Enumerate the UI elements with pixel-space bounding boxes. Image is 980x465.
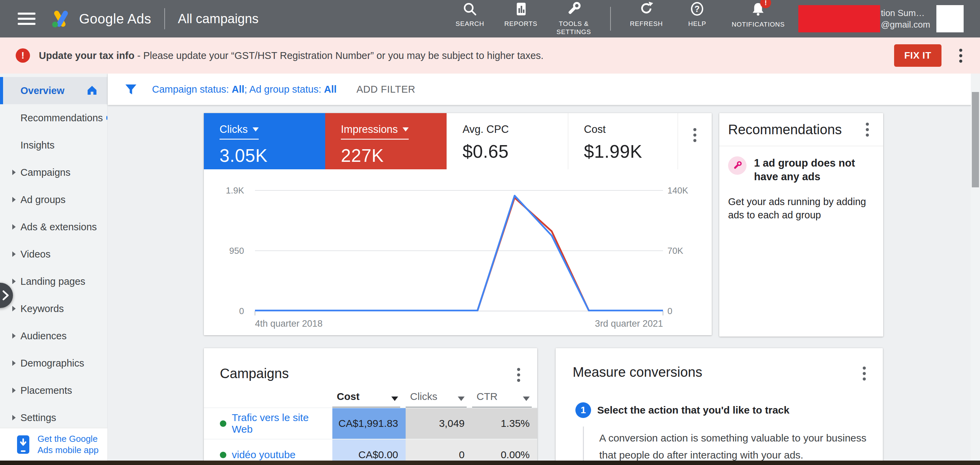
active-filters[interactable]: Campaign status: All; Ad group status: A… — [152, 84, 337, 95]
metric-tile-cost[interactable]: Cost $1.99K — [568, 113, 678, 169]
column-selector-ctr[interactable]: CTR — [472, 391, 532, 408]
sidebar-item-landing-pages[interactable]: Landing pages — [0, 268, 107, 295]
expand-caret-icon — [12, 279, 16, 284]
chart-overflow-menu-icon[interactable] — [691, 126, 698, 169]
product-name: Google Ads — [79, 11, 151, 27]
series-impressions — [255, 198, 663, 310]
impressions-value: 227K — [341, 145, 447, 166]
alert-overflow-menu-icon[interactable] — [957, 47, 964, 65]
avatar[interactable] — [936, 5, 964, 32]
expand-caret-icon — [12, 251, 16, 257]
home-icon — [86, 84, 99, 97]
tools-settings-button[interactable]: TOOLS & SETTINGS — [557, 2, 591, 36]
cost-cell: CA$1,991.83 — [332, 408, 406, 439]
header-nav: SEARCH REPORTS TOOLS & SETTINGS REFRESH … — [454, 2, 785, 36]
step-number-badge: 1 — [575, 402, 591, 418]
help-icon: ? — [690, 2, 705, 16]
step-heading: Select the action that you'd like to tra… — [597, 405, 789, 416]
sidebar-item-overview[interactable]: Overview — [0, 77, 107, 104]
reports-button[interactable]: REPORTS — [504, 2, 537, 28]
sidebar-item-placements[interactable]: Placements — [0, 377, 107, 404]
dropdown-caret-icon — [391, 397, 398, 401]
svg-text:140K: 140K — [667, 185, 688, 195]
measure-overflow-menu-icon[interactable] — [861, 365, 868, 382]
campaign-link[interactable]: Trafic vers le site Web — [232, 412, 332, 435]
measure-conversions-card: Measure conversions 1 Select the action … — [555, 348, 883, 465]
alert-title: Update your tax info — [39, 50, 134, 61]
step-connector-line — [583, 427, 584, 465]
notifications-button[interactable]: ! NOTIFICATIONS — [732, 2, 785, 29]
sidebar-item-ad-groups[interactable]: Ad groups — [0, 186, 107, 213]
fix-it-button[interactable]: FIX IT — [894, 44, 942, 67]
expand-caret-icon — [12, 360, 16, 366]
notification-alert-badge: ! — [760, 0, 771, 8]
mobile-phone-icon — [16, 435, 30, 454]
menu-icon[interactable] — [18, 13, 35, 25]
alert-body: - Please update your “GST/HST Registrati… — [134, 50, 543, 61]
bell-icon: ! — [751, 2, 765, 17]
sidebar-item-ads-extensions[interactable]: Ads & extensions — [0, 213, 107, 241]
measure-conversions-title: Measure conversions — [573, 365, 702, 380]
filter-funnel-icon[interactable] — [125, 84, 137, 95]
search-button[interactable]: SEARCH — [454, 2, 485, 28]
help-button[interactable]: ? HELP — [682, 2, 713, 28]
account-email: @gmail.com — [881, 19, 930, 30]
add-filter-button[interactable]: ADD FILTER — [356, 84, 415, 95]
recommendation-heading: 1 ad group does not have any ads — [754, 156, 874, 184]
svg-text:?: ? — [695, 4, 700, 14]
column-selector-clicks[interactable]: Clicks — [406, 391, 467, 408]
sidebar-item-recommendations[interactable]: Recommendations — [0, 104, 107, 132]
sidebar-item-audiences[interactable]: Audiences — [0, 322, 107, 349]
sidebar-item-campaigns[interactable]: Campaigns — [0, 159, 107, 186]
refresh-button[interactable]: REFRESH — [630, 2, 663, 28]
campaign-link[interactable]: vidéo youtube — [232, 449, 296, 460]
metric-tile-impressions[interactable]: Impressions 227K — [325, 113, 447, 169]
top-app-bar: Google Ads All campaigns SEARCH REPORTS … — [0, 0, 980, 38]
sidebar-item-keywords[interactable]: Keywords — [0, 295, 107, 322]
repair-icon — [728, 156, 746, 175]
overview-chart-card: Clicks 3.05K Impressions 227K Avg. CPC $… — [204, 113, 712, 335]
campaigns-column-headers: Cost Clicks CTR — [204, 391, 537, 408]
dropdown-caret-icon — [402, 127, 409, 132]
nav-divider — [610, 7, 611, 31]
expand-caret-icon — [12, 388, 16, 393]
recommendations-card: Recommendations 1 ad group does not have… — [719, 113, 883, 336]
dropdown-caret-icon — [523, 397, 530, 401]
account-info[interactable]: tion Sum… @gmail.com — [881, 7, 930, 30]
performance-chart: 1.9K 950 0 140K 70K 0 4th quarter 2018 3… — [204, 169, 712, 335]
filter-bar: Campaign status: All; Ad group status: A… — [108, 74, 980, 105]
sidebar-item-insights[interactable]: Insights — [0, 132, 107, 159]
ctr-cell: 1.35% — [472, 408, 537, 439]
expand-caret-icon — [12, 224, 16, 230]
refresh-icon — [639, 2, 654, 16]
svg-text:3rd quarter 2021: 3rd quarter 2021 — [595, 319, 663, 329]
column-selector-cost[interactable]: Cost — [332, 391, 400, 408]
scrollbar-thumb[interactable] — [972, 92, 979, 187]
mobile-app-promo[interactable]: Get the GoogleAds mobile app — [0, 428, 107, 460]
dropdown-caret-icon — [253, 127, 259, 132]
metric-tile-avg-cpc[interactable]: Avg. CPC $0.65 — [447, 113, 568, 169]
google-ads-logo-icon[interactable] — [51, 9, 72, 28]
scrollbar-track[interactable] — [971, 74, 980, 460]
clicks-value: 3.05K — [220, 145, 325, 166]
recommendations-overflow-menu-icon[interactable] — [864, 121, 871, 139]
svg-text:950: 950 — [229, 246, 244, 256]
tax-alert-banner: ! Update your tax info - Please update y… — [0, 38, 980, 74]
metric-tiles: Clicks 3.05K Impressions 227K Avg. CPC $… — [204, 113, 712, 169]
metric-tile-clicks[interactable]: Clicks 3.05K — [204, 113, 325, 169]
svg-text:70K: 70K — [667, 246, 683, 256]
series-clicks — [255, 195, 663, 310]
step-description: A conversion action is something valuabl… — [599, 430, 869, 463]
expand-caret-icon — [12, 170, 16, 175]
page-title: All campaigns — [178, 11, 259, 26]
clicks-cell: 3,049 — [406, 408, 472, 439]
sidebar-item-videos[interactable]: Videos — [0, 241, 107, 268]
enabled-status-icon — [220, 421, 226, 427]
redacted-account-block — [798, 5, 880, 32]
svg-text:1.9K: 1.9K — [226, 185, 244, 195]
campaigns-overflow-menu-icon[interactable] — [515, 366, 522, 384]
svg-text:0: 0 — [667, 306, 672, 316]
dropdown-caret-icon — [458, 397, 465, 401]
sidebar-item-demographics[interactable]: Demographics — [0, 349, 107, 377]
sidebar-item-settings[interactable]: Settings — [0, 404, 107, 431]
